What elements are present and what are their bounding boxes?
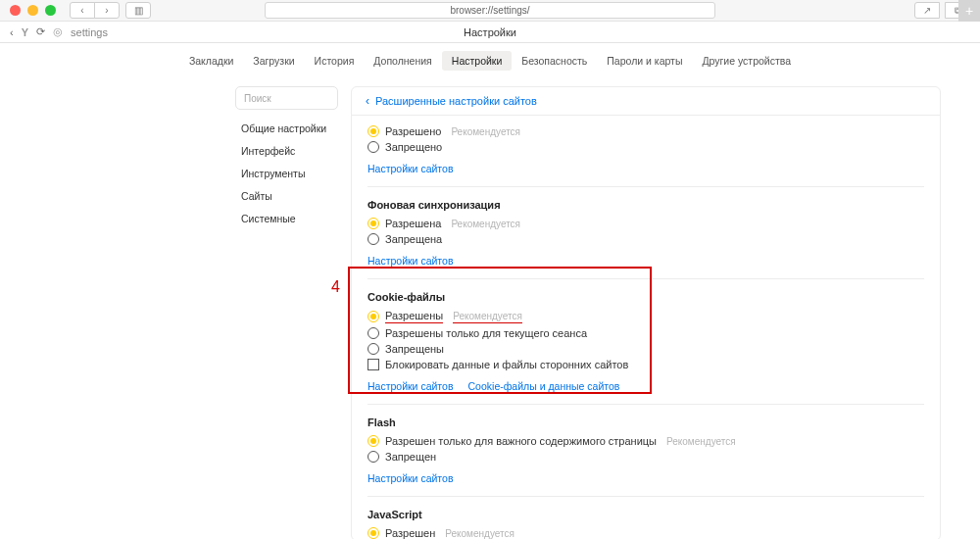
url-bar[interactable]: browser://settings/ [265,2,715,19]
recommended-badge: Рекомендуется [451,219,520,229]
cookies-allowed-option[interactable]: Разрешены Рекомендуется [368,310,924,323]
option-label: Разрешены [385,310,443,323]
radio-icon [368,233,379,245]
reload-button[interactable]: ⟳ [36,25,45,38]
section-title: Cookie-файлы [368,291,924,303]
option-label: Разрешена [385,218,441,229]
bgsync-denied-option[interactable]: Запрещена [368,233,924,245]
sidebar-item-system[interactable]: Системные [235,210,338,227]
new-tab-button[interactable]: + [958,0,980,22]
page-title: Настройки [464,26,516,38]
option-label: Разрешены только для текущего сеанса [385,327,587,339]
radio-icon [368,343,379,355]
cookies-block3p-option[interactable]: Блокировать данные и файлы сторонних сай… [368,359,924,370]
images-denied-option[interactable]: Запрещено [368,141,924,153]
tab-addons[interactable]: Дополнения [364,51,441,71]
site-settings-link[interactable]: Настройки сайтов [368,380,453,392]
section-flash: Flash Разрешен только для важного содерж… [368,404,924,496]
tab-security[interactable]: Безопасность [512,51,597,71]
chevron-left-icon: ‹ [366,94,369,108]
forward-button[interactable]: › [94,2,120,19]
flash-denied-option[interactable]: Запрещен [368,451,924,463]
panel-header[interactable]: ‹ Расширенные настройки сайтов [352,87,940,116]
sidebar-item-tools[interactable]: Инструменты [235,165,338,182]
gear-icon: ◎ [53,25,63,38]
radio-checked-icon [368,125,379,137]
flash-allowed-option[interactable]: Разрешен только для важного содержимого … [368,435,924,447]
recommended-badge: Рекомендуется [666,436,736,447]
cookies-session-option[interactable]: Разрешены только для текущего сеанса [368,327,924,339]
yandex-icon[interactable]: Y [22,26,28,38]
cookies-denied-option[interactable]: Запрещены [368,343,924,355]
settings-main-panel: ‹ Расширенные настройки сайтов Разрешено… [351,86,941,539]
option-label: Запрещена [385,233,442,245]
recommended-badge: Рекомендуется [451,126,520,137]
search-input[interactable]: Поиск [235,86,338,110]
cookie-data-link[interactable]: Cookie-файлы и данные сайтов [468,380,620,392]
tab-bookmarks[interactable]: Закладки [179,51,243,71]
recommended-badge: Рекомендуется [453,311,522,323]
option-label: Запрещены [385,343,444,355]
section-javascript: JavaScript Разрешен Рекомендуется Запрещ… [368,496,924,539]
close-icon[interactable] [10,5,21,16]
radio-icon [368,141,379,153]
tab-settings[interactable]: Настройки [442,51,513,71]
settings-sidebar: Поиск Общие настройки Интерфейс Инструме… [235,86,338,227]
radio-checked-icon [368,218,379,229]
site-settings-link[interactable]: Настройки сайтов [368,472,453,484]
radio-checked-icon [368,527,379,539]
radio-checked-icon [368,435,379,447]
sidebar-item-general[interactable]: Общие настройки [235,120,338,137]
images-allowed-option[interactable]: Разрешено Рекомендуется [368,125,924,137]
option-label: Разрешен [385,527,435,539]
panel-title: Расширенные настройки сайтов [375,95,537,107]
bgsync-allowed-option[interactable]: Разрешена Рекомендуется [368,218,924,229]
tab-passwords[interactable]: Пароли и карты [597,51,692,71]
inner-back-button[interactable]: ‹ [10,26,14,38]
inner-tab-bar: ‹ Y ⟳ ◎ settings Настройки [0,22,980,43]
option-label: Разрешено [385,125,441,137]
section-title: Фоновая синхронизация [368,199,924,211]
site-settings-link[interactable]: Настройки сайтов [368,255,453,267]
minimize-icon[interactable] [27,5,38,16]
option-label: Разрешен только для важного содержимого … [385,435,657,447]
option-label: Запрещено [385,141,442,153]
window-titlebar: ‹ › ▥ browser://settings/ ↗ ⧉ + [0,0,980,22]
section-cookies: Cookie-файлы Разрешены Рекомендуется Раз… [368,278,924,404]
sidebar-toggle-button[interactable]: ▥ [125,2,151,19]
traffic-lights [10,5,56,16]
panel-scroll: Разрешено Рекомендуется Запрещено Настро… [352,116,940,539]
share-button[interactable]: ↗ [914,2,940,19]
radio-icon [368,327,379,339]
back-button[interactable]: ‹ [70,2,95,19]
section-bgsync: Фоновая синхронизация Разрешена Рекоменд… [368,186,924,278]
tab-label: settings [71,26,108,38]
site-settings-link[interactable]: Настройки сайтов [368,163,453,174]
annotation-number: 4 [331,278,340,296]
recommended-badge: Рекомендуется [445,528,514,539]
tab-devices[interactable]: Другие устройства [692,51,801,71]
sidebar-item-sites[interactable]: Сайты [235,187,338,205]
section-images: Разрешено Рекомендуется Запрещено Настро… [368,116,924,186]
section-title: Flash [368,416,924,428]
option-label: Запрещен [385,451,436,463]
tab-history[interactable]: История [305,51,365,71]
checkbox-icon [368,359,379,370]
tab-downloads[interactable]: Загрузки [243,51,304,71]
js-allowed-option[interactable]: Разрешен Рекомендуется [368,527,924,539]
radio-icon [368,451,379,463]
radio-checked-icon [368,311,379,322]
sidebar-item-interface[interactable]: Интерфейс [235,142,338,160]
nav-button-group: ‹ › [70,2,120,19]
settings-tabs: Закладки Загрузки История Дополнения Нас… [0,43,980,73]
maximize-icon[interactable] [45,5,56,16]
option-label: Блокировать данные и файлы сторонних сай… [385,359,628,370]
section-title: JavaScript [368,509,924,520]
